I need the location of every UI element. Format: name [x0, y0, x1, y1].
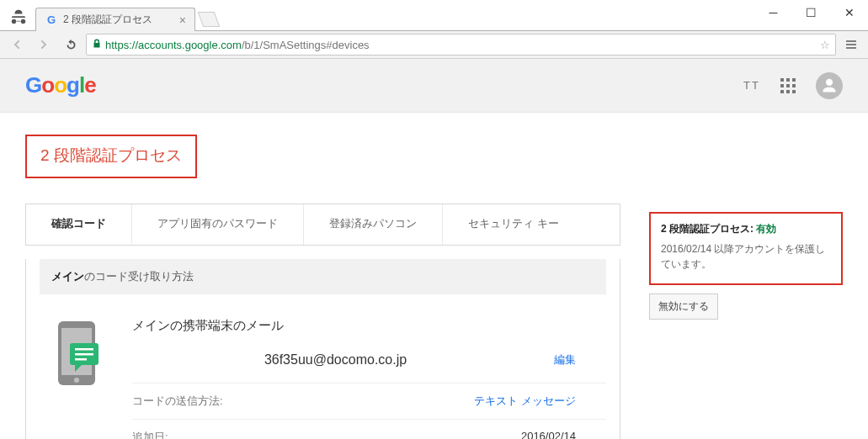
send-method-value[interactable]: テキスト メッセージ — [275, 394, 606, 409]
tab-app-passwords[interactable]: アプリ固有のパスワード — [132, 204, 304, 245]
tab-codes[interactable]: 確認コード — [26, 204, 132, 245]
primary-email-value: 36f35uu@docomo.co.jp — [132, 352, 539, 368]
svg-point-2 — [74, 378, 79, 383]
disable-button[interactable]: 無効にする — [649, 294, 718, 320]
page-title: 2 段階認証プロセス — [25, 135, 197, 178]
incognito-icon — [8, 8, 29, 28]
tt-label[interactable]: TT — [743, 79, 760, 92]
edit-email-link[interactable]: 編集 — [539, 352, 606, 368]
status-enabled-word: 有効 — [756, 223, 776, 235]
apps-grid-icon[interactable] — [780, 78, 796, 93]
lock-icon — [92, 39, 102, 51]
codes-panel: メインのコード受け取り方法 メインの携帯端末の — [25, 259, 620, 439]
address-bar[interactable]: https://accounts.google.com/b/1/SmASetti… — [86, 34, 836, 56]
status-title: 2 段階認証プロセス: — [661, 223, 756, 235]
tab-title: 2 段階認証プロセス — [63, 13, 152, 27]
added-date-value: 2016/02/14 — [275, 430, 606, 439]
svg-rect-6 — [75, 358, 87, 361]
svg-rect-5 — [75, 353, 93, 356]
nav-reload-button[interactable] — [59, 33, 83, 56]
bookmark-star-icon[interactable]: ☆ — [820, 39, 830, 51]
tab-close-icon[interactable]: × — [171, 13, 186, 27]
settings-tabs: 確認コード アプリ固有のパスワード 登録済みパソコン セキュリティ キー — [25, 204, 620, 246]
nav-forward-button[interactable] — [32, 33, 56, 56]
tab-security-key[interactable]: セキュリティ キー — [443, 204, 584, 245]
new-tab-button[interactable] — [198, 12, 221, 27]
tab-favicon: G — [45, 13, 58, 27]
window-close[interactable]: ✕ — [830, 0, 868, 25]
status-since-text: 2016/02/14 以降アカウントを保護しています。 — [661, 241, 831, 272]
send-method-label: コードの送信方法: — [132, 394, 275, 409]
browser-toolbar: https://accounts.google.com/b/1/SmASetti… — [0, 30, 868, 59]
window-minimize[interactable]: ─ — [754, 0, 792, 25]
device-section-title: メインの携帯端末のメール — [132, 311, 606, 349]
svg-rect-4 — [75, 348, 93, 351]
panel-header-bold: メイン — [51, 270, 84, 283]
status-box: 2 段階認証プロセス: 有効 2016/02/14 以降アカウントを保護していま… — [649, 212, 843, 285]
panel-header-rest: のコード受け取り方法 — [84, 270, 194, 283]
url-host: https://accounts.google.com — [105, 39, 242, 51]
tab-registered-pcs[interactable]: 登録済みパソコン — [304, 204, 443, 245]
panel-header: メインのコード受け取り方法 — [40, 259, 606, 294]
phone-sms-icon — [40, 311, 115, 439]
nav-back-button[interactable] — [5, 33, 29, 56]
account-avatar[interactable] — [816, 72, 843, 99]
browser-tabstrip: G 2 段階認証プロセス × — [0, 0, 868, 30]
url-path: /b/1/SmASettings#devices — [242, 39, 370, 51]
added-date-label: 追加日: — [132, 430, 275, 439]
chrome-menu-button[interactable] — [839, 38, 863, 51]
page-content: 2 段階認証プロセス 確認コード アプリ固有のパスワード 登録済みパソコン セキ… — [0, 113, 868, 439]
window-maximize[interactable]: ☐ — [792, 0, 830, 25]
google-appbar: Google TT — [0, 59, 868, 113]
google-logo[interactable]: Google — [25, 72, 96, 98]
browser-tab[interactable]: G 2 段階認証プロセス × — [35, 8, 195, 31]
